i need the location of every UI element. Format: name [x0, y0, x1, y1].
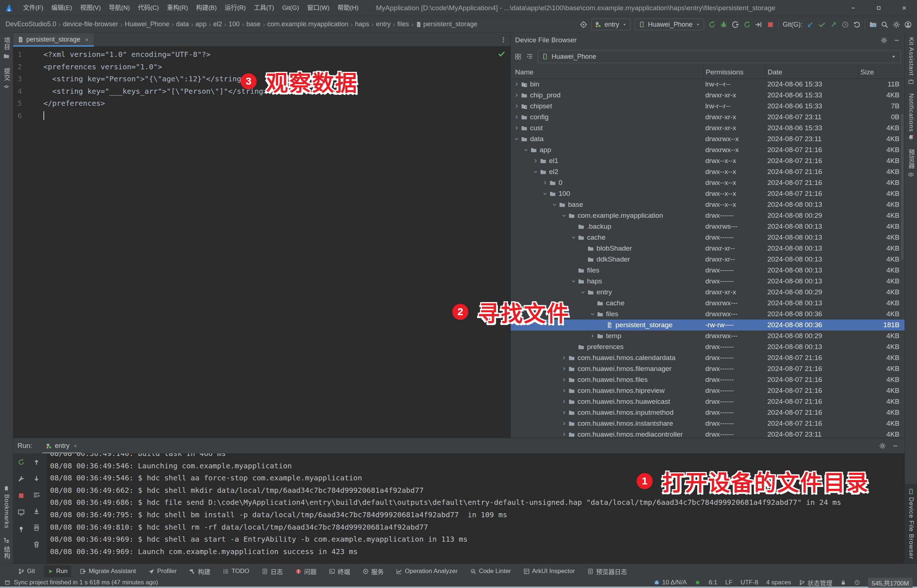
toolwindow-arkui-inspector[interactable]: ArkUI Inspector: [520, 565, 578, 577]
breadcrumb-item[interactable]: data: [175, 20, 190, 28]
git-rollback-icon[interactable]: [853, 21, 861, 29]
expand-expanded-icon[interactable]: [589, 310, 596, 318]
toolwindow-todo[interactable]: TODO: [219, 565, 253, 577]
menu-item[interactable]: 窗口(W): [303, 0, 333, 16]
table-row[interactable]: custdrwxr-xr-x2024-08-06 15:334KB: [511, 123, 905, 134]
tool-profile-avatar-icon[interactable]: [904, 21, 912, 29]
column-header-permissions[interactable]: Permissions: [703, 66, 765, 78]
table-row[interactable]: ddkShaderdrwxr-xr--2024-08-08 00:134KB: [511, 254, 905, 265]
table-row[interactable]: binlrw-r--r--2024-08-06 15:3311B: [511, 79, 905, 90]
menu-item[interactable]: 帮助(H): [334, 0, 363, 16]
code-editor[interactable]: 1<?xml version="1.0" encoding="UTF-8"?>2…: [13, 47, 510, 438]
panel-settings-icon[interactable]: [880, 37, 888, 44]
strip-item-device-file-browser[interactable]: Device File Browser: [905, 484, 917, 564]
expand-collapsed-icon[interactable]: [561, 365, 568, 372]
menu-item[interactable]: 构建(B): [192, 0, 221, 16]
breadcrumb-item[interactable]: DevEcoStudio5.0: [4, 20, 57, 28]
expand-collapsed-icon[interactable]: [513, 81, 520, 88]
toolwindow-run[interactable]: Run: [44, 565, 71, 577]
table-row[interactable]: com.huawei.hmos.filesdrwx------2024-08-0…: [511, 374, 905, 385]
table-row[interactable]: cachedrwx------2024-08-08 00:134KB: [511, 232, 905, 243]
table-row[interactable]: 100drwx--x--x2024-08-07 21:164KB: [511, 188, 905, 199]
menu-item[interactable]: 导航(N): [105, 0, 134, 16]
action-stop-icon[interactable]: [766, 21, 774, 29]
menu-item[interactable]: Git(G): [278, 0, 303, 16]
action-restart-icon[interactable]: [708, 21, 716, 29]
toolwindow-预览器日志[interactable]: 预览器日志: [584, 565, 631, 578]
breadcrumb-item[interactable]: app: [194, 20, 208, 28]
breadcrumb-item[interactable]: haps: [354, 20, 371, 28]
table-row[interactable]: hapsdrwx------2024-08-08 00:134KB: [511, 276, 905, 287]
status-segment[interactable]: [840, 580, 846, 585]
strip-item-notifications[interactable]: Notifications: [907, 89, 915, 145]
action-profile-icon[interactable]: [732, 21, 739, 29]
menu-item[interactable]: 运行(R): [221, 0, 250, 16]
table-row[interactable]: com.example.myapplicationdrwx------2024-…: [511, 210, 905, 221]
expand-collapsed-icon[interactable]: [561, 354, 568, 362]
breadcrumb-item[interactable]: Huawei_Phone: [124, 20, 170, 28]
table-row[interactable]: configdrwxr-xr-x2024-08-07 23:110B: [511, 111, 905, 123]
breadcrumb-file[interactable]: persistent_storage: [415, 20, 479, 28]
table-row[interactable]: ?persistent_storage-rw-rw----2024-08-08 …: [511, 320, 905, 331]
table-row[interactable]: entrydrwxr-xr-x2024-08-08 00:294KB: [511, 287, 905, 298]
expand-collapsed-icon[interactable]: [532, 157, 539, 165]
breadcrumb-item[interactable]: com.example.myapplication: [266, 20, 349, 28]
panel-grid4-icon[interactable]: [514, 53, 522, 60]
column-header-date[interactable]: Date: [765, 66, 858, 78]
expand-expanded-icon[interactable]: [579, 289, 586, 296]
tool-settings-gear-icon[interactable]: [893, 21, 900, 29]
table-row[interactable]: basedrwx--x--x2024-08-08 00:134KB: [511, 199, 905, 210]
strip-item-提交[interactable]: 提交: [2, 63, 11, 94]
toolwindow-git[interactable]: Git: [15, 565, 39, 577]
toolwindow-日志[interactable]: 日志: [258, 565, 287, 578]
table-row[interactable]: preferencesdrwx------2024-08-08 00:134KB: [511, 341, 905, 352]
status-segment[interactable]: 10 Δ/N/A: [654, 579, 687, 586]
expand-collapsed-icon[interactable]: [541, 179, 549, 186]
console-stop-icon[interactable]: [18, 492, 25, 499]
git-history-icon[interactable]: [841, 21, 849, 29]
run-config-selector[interactable]: entry: [591, 19, 631, 30]
breadcrumb-item[interactable]: files: [396, 20, 410, 28]
toolwindow-终端[interactable]: 终端: [325, 565, 354, 578]
expand-expanded-icon[interactable]: [532, 168, 539, 176]
expand-expanded-icon[interactable]: [551, 201, 558, 208]
panel-minimize-icon[interactable]: [893, 37, 900, 44]
run-console[interactable]: 08/08 00:36:49:140: build task in 466 ms…: [47, 453, 905, 564]
breadcrumb-item[interactable]: el2: [212, 20, 223, 28]
table-row[interactable]: 0drwx--x--x2024-08-07 21:164KB: [511, 177, 905, 188]
console-pin-icon[interactable]: [18, 526, 25, 533]
table-row[interactable]: blobShaderdrwxr-xr--2024-08-08 00:134KB: [511, 243, 905, 254]
console-print-icon[interactable]: [33, 524, 40, 531]
close-button[interactable]: [891, 0, 917, 16]
table-row[interactable]: datadrwxrwx--x2024-08-07 23:114KB: [511, 134, 905, 144]
expand-expanded-icon[interactable]: [541, 190, 549, 197]
panel-collapse-icon[interactable]: [526, 53, 533, 60]
console-up-icon[interactable]: [33, 459, 40, 466]
column-header-name[interactable]: Name: [511, 66, 703, 78]
table-row[interactable]: chipsetlrw-r--r--2024-08-06 15:337B: [511, 101, 905, 111]
action-rerun-icon[interactable]: [743, 21, 751, 29]
toolwindow-operation-analyzer[interactable]: Operation Analyzer: [392, 565, 462, 577]
expand-expanded-icon[interactable]: [513, 135, 520, 143]
run-tab-entry[interactable]: entry: [42, 438, 81, 453]
strip-item-bookmarks[interactable]: Bookmarks: [3, 481, 10, 533]
table-row[interactable]: com.huawei.hmos.mediacontrollerdrwx-----…: [511, 429, 905, 438]
minimize-button[interactable]: [840, 0, 866, 16]
table-row[interactable]: com.huawei.hmos.hipreviewdrwx------2024-…: [511, 385, 905, 396]
tool-project-folders-icon[interactable]: [869, 21, 877, 29]
locate-file-icon[interactable]: [580, 21, 587, 29]
strip-item-预览器[interactable]: 预览器: [906, 145, 915, 182]
breadcrumb-item[interactable]: entry: [375, 20, 392, 28]
console-monitor-icon[interactable]: [18, 509, 25, 516]
tool-search-icon[interactable]: [881, 21, 888, 29]
table-row[interactable]: com.huawei.hmos.instantsharedrwx------20…: [511, 418, 905, 429]
menu-item[interactable]: 视图(V): [76, 0, 105, 16]
expand-collapsed-icon[interactable]: [561, 387, 568, 394]
git-git-commit-icon[interactable]: [818, 21, 826, 29]
status-segment[interactable]: 状态管理: [799, 578, 832, 587]
expand-collapsed-icon[interactable]: [513, 102, 520, 110]
table-row[interactable]: .backupdrwxrws---2024-08-08 00:134KB: [511, 221, 905, 232]
breadcrumb-item[interactable]: 100: [227, 20, 241, 28]
status-segment[interactable]: 4 spaces: [766, 579, 791, 586]
table-row[interactable]: filesdrwx------2024-08-08 00:134KB: [511, 265, 905, 276]
